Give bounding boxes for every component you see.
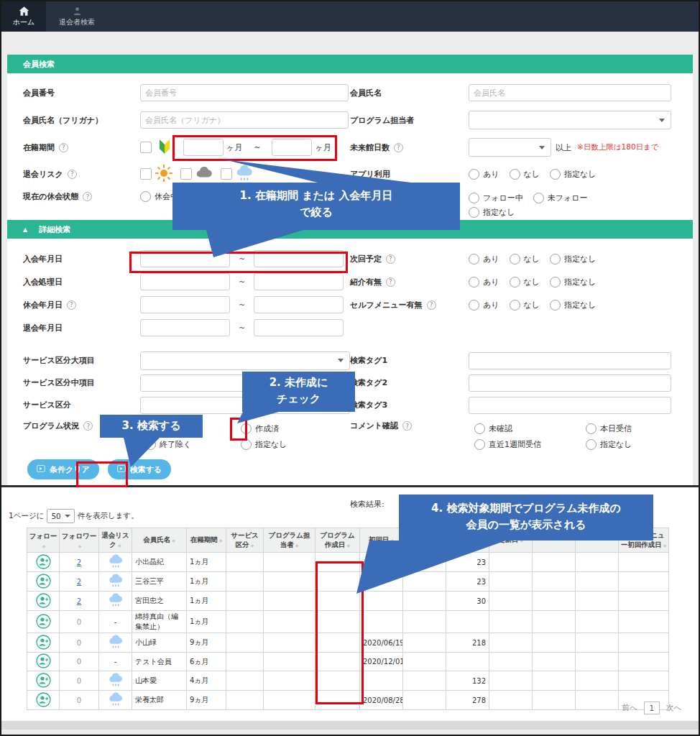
table-cell (264, 653, 316, 671)
first-visit-date-cell (360, 572, 403, 592)
nav-tab-withdrawn-search[interactable]: 退会者検索 (46, 1, 108, 32)
help-icon[interactable] (402, 421, 412, 431)
join-process-from-input[interactable] (140, 273, 230, 290)
join-date-to-input[interactable] (254, 250, 344, 267)
self-menu-radio-nashi[interactable] (510, 300, 520, 310)
app-use-radio-shitei[interactable] (550, 169, 561, 180)
column-header[interactable]: プログラム作成日 (316, 528, 360, 553)
column-header[interactable]: 退会リスク (99, 528, 132, 553)
column-header[interactable]: 会員氏名 (132, 528, 187, 553)
app-use-radio-nashi[interactable] (510, 169, 520, 180)
pause-date-from-input[interactable] (140, 296, 230, 313)
follower-count[interactable]: 2 (77, 597, 81, 605)
next-plan-radio-ari[interactable] (469, 254, 479, 264)
table-cell: 2 (60, 572, 99, 592)
column-header[interactable]: プログラム担当者 (264, 528, 316, 553)
self-menu-radio-ari[interactable] (469, 300, 479, 310)
tenure-beginner-checkbox[interactable] (140, 142, 152, 153)
nav-tab-home[interactable]: ホーム (1, 1, 46, 32)
table-cell (533, 691, 576, 710)
member-name-input[interactable] (469, 84, 671, 101)
pagination-prev[interactable]: 前へ (622, 703, 637, 713)
help-icon[interactable] (68, 170, 77, 179)
follow-radio-shitei[interactable] (469, 207, 479, 218)
member-no-input[interactable] (140, 84, 349, 101)
follower-count[interactable]: 2 (77, 578, 81, 586)
follow-button[interactable] (36, 593, 51, 608)
no-visit-days-select[interactable] (469, 138, 551, 157)
help-icon[interactable] (386, 277, 395, 287)
pagination-page-1[interactable]: 1 (644, 702, 660, 714)
member-name-cell: 綿持真由（編集禁止） (132, 611, 187, 633)
table-cell (576, 592, 619, 611)
table-cell (226, 592, 264, 611)
comment-radio-shitei[interactable] (586, 439, 597, 450)
follow-button[interactable] (36, 635, 51, 650)
tenure-from-input[interactable] (183, 139, 224, 156)
service-major-select[interactable] (140, 351, 350, 370)
help-icon[interactable] (427, 300, 436, 310)
program-status-radio-shitei[interactable] (241, 439, 252, 450)
column-header[interactable]: 在籍期間 (187, 528, 226, 553)
introduction-radio-nashi[interactable] (510, 277, 520, 288)
table-row: 0-綿持真由（編集禁止）1ヵ月 (27, 611, 669, 633)
self-menu-radio-shitei[interactable] (550, 300, 561, 310)
pagination-next[interactable]: 次へ (666, 703, 681, 713)
member-kana-input[interactable] (140, 111, 349, 129)
column-header[interactable]: フォロー (27, 528, 60, 553)
pause-date-to-input[interactable] (254, 296, 344, 313)
follow-radio-following[interactable] (469, 193, 479, 203)
follow-button[interactable] (36, 653, 51, 668)
follow-button[interactable] (36, 614, 51, 629)
help-icon[interactable] (386, 254, 395, 264)
help-icon[interactable] (394, 143, 403, 152)
table-cell (576, 553, 619, 572)
risk-sunny-checkbox[interactable] (140, 168, 152, 180)
help-icon[interactable] (59, 143, 68, 152)
column-header[interactable]: 初回日 (360, 528, 403, 553)
join-process-to-input[interactable] (254, 273, 344, 290)
search-tag2-input[interactable] (469, 374, 671, 392)
search-button[interactable]: 検索する (108, 459, 172, 479)
help-icon[interactable] (83, 192, 92, 201)
table-cell (27, 611, 60, 633)
column-header[interactable]: フォロワー (60, 528, 99, 553)
program-status-radio-exclude-finished[interactable] (145, 439, 156, 450)
introduction-radio-shitei[interactable] (550, 277, 561, 288)
search-tag3-input[interactable] (469, 397, 671, 414)
tenure-to-input[interactable] (272, 139, 312, 156)
follow-radio-not-followed[interactable] (533, 193, 544, 203)
risk-cloudy-checkbox[interactable] (180, 168, 192, 180)
next-plan-radio-nashi[interactable] (510, 254, 520, 264)
follower-count[interactable]: 2 (77, 558, 81, 566)
comment-radio-today[interactable] (586, 423, 597, 434)
table-cell (403, 691, 446, 710)
clear-conditions-button[interactable]: 条件クリア (27, 459, 99, 479)
pause-status-radio-not-paused[interactable] (140, 191, 151, 202)
follow-button[interactable] (36, 673, 51, 688)
withdraw-date-to-input[interactable] (254, 319, 344, 336)
follow-button[interactable] (36, 554, 51, 569)
table-cell (403, 653, 446, 671)
member-search-section-header: 会員検索 (7, 55, 693, 73)
help-icon[interactable] (83, 421, 93, 431)
follow-button[interactable] (36, 574, 51, 589)
annotation-callout-2: 2. 未作成に チェック (242, 372, 355, 412)
help-icon[interactable] (67, 300, 76, 310)
per-page-select[interactable]: 50 (47, 509, 74, 523)
introduction-radio-ari[interactable] (469, 277, 479, 288)
app-use-radio-ari[interactable] (469, 169, 479, 180)
table-cell (316, 572, 360, 592)
comment-radio-unconfirmed[interactable] (474, 423, 485, 434)
comment-radio-last-week[interactable] (474, 439, 485, 450)
column-header[interactable]: サービス区分 (226, 528, 264, 553)
program-status-radio-created[interactable] (241, 423, 252, 434)
join-date-from-input[interactable] (140, 250, 230, 267)
follow-button[interactable] (36, 692, 51, 707)
search-tag1-input[interactable] (469, 352, 671, 369)
risk-rainy-checkbox[interactable] (221, 168, 232, 180)
next-plan-radio-shitei[interactable] (550, 254, 561, 264)
table-cell (619, 671, 669, 691)
withdraw-date-from-input[interactable] (140, 319, 230, 336)
program-staff-select[interactable] (469, 111, 671, 129)
